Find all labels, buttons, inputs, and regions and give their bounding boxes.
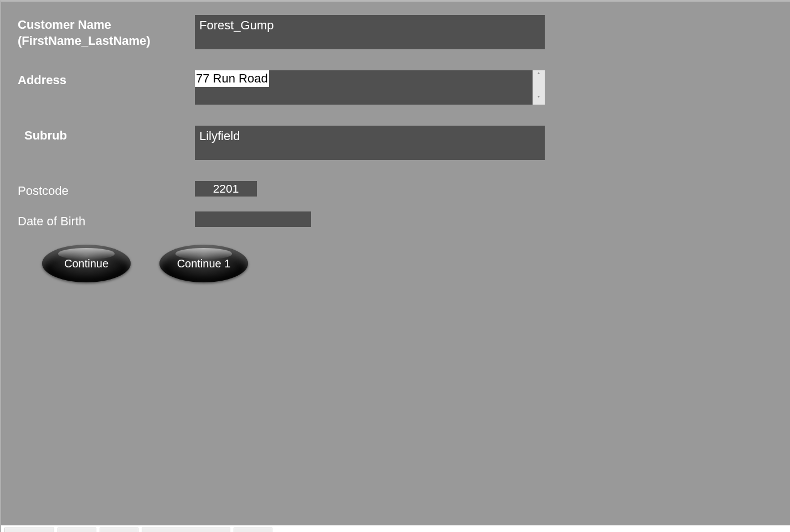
label-customer-name-line1: Customer Name — [18, 17, 195, 33]
label-address: Address — [18, 70, 195, 89]
address-input[interactable]: 77 Run Road — [195, 70, 533, 105]
row-customer-name: Customer Name (FirstName_LastName) — [18, 15, 790, 49]
label-customer-name-line2: (FirstName_LastName) — [18, 33, 195, 49]
row-dob: Date of Birth — [18, 211, 790, 230]
continue-button[interactable]: Continue — [42, 245, 131, 282]
row-suburb: Subrub — [18, 126, 790, 160]
customer-form: Customer Name (FirstName_LastName) Addre… — [1, 2, 790, 282]
button-row: Continue Continue 1 — [42, 245, 790, 282]
address-input-wrap: 77 Run Road ˄ ˅ — [195, 70, 545, 105]
customer-name-input[interactable] — [195, 15, 545, 49]
status-seg — [4, 528, 54, 532]
suburb-input[interactable] — [195, 126, 545, 160]
dob-input[interactable] — [195, 211, 311, 227]
address-selected-text[interactable]: 77 Run Road — [195, 70, 269, 87]
row-address: Address 77 Run Road ˄ ˅ — [18, 70, 790, 105]
continue1-button[interactable]: Continue 1 — [159, 245, 248, 282]
postcode-input[interactable] — [195, 181, 257, 197]
status-seg — [142, 528, 230, 532]
label-postcode: Postcode — [18, 181, 195, 199]
address-scrollbar[interactable]: ˄ ˅ — [533, 70, 545, 105]
scroll-up-icon[interactable]: ˄ — [533, 73, 545, 79]
label-dob: Date of Birth — [18, 211, 195, 230]
status-seg — [58, 528, 96, 532]
status-seg — [100, 528, 138, 532]
status-seg — [234, 528, 272, 532]
row-postcode: Postcode — [18, 181, 790, 199]
label-customer-name: Customer Name (FirstName_LastName) — [18, 15, 195, 49]
status-bar — [1, 525, 790, 532]
label-suburb: Subrub — [18, 126, 195, 144]
scroll-down-icon[interactable]: ˅ — [533, 96, 545, 102]
